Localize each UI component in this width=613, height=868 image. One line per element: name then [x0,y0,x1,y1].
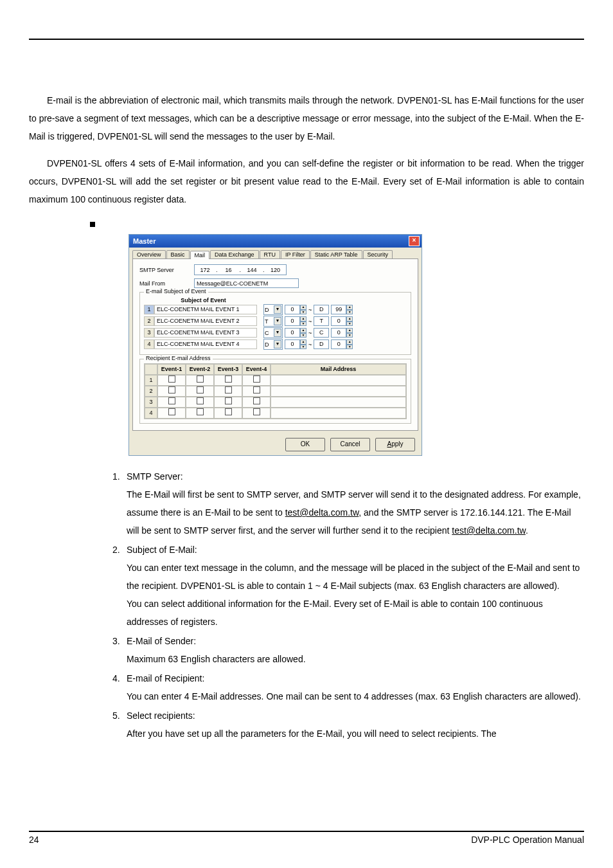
doc-title: DVP-PLC Operation Manual [471,835,584,845]
spin-b[interactable]: ▲▼ [346,339,353,349]
event-num: 1 [144,305,154,314]
ip-seg-2[interactable] [218,265,239,275]
spin-a[interactable]: ▲▼ [300,316,306,326]
rec-chk-e1[interactable] [157,386,186,397]
reg-type-b[interactable]: D [314,339,329,349]
recipient-table: Event-1 Event-2 Event-3 Event-4 Mail Add… [144,363,407,419]
item-3-desc: Maximum 63 English characters are allowe… [127,650,584,668]
event-row: 1 ELC-COENETM MAIL EVENT 1 D▼ 0 ▲▼ ~ D 9… [144,304,407,315]
ip-seg-4[interactable] [265,265,286,275]
rec-hdr-e1: Event-1 [157,364,186,375]
reg-start[interactable]: 0 [285,328,300,338]
reg-end[interactable]: 0 [331,316,346,326]
recipient-row: 3 [145,397,406,408]
tab-ip-filter[interactable]: IP Filter [281,250,310,258]
tab-basic[interactable]: Basic [166,250,190,258]
reg-end[interactable]: 0 [331,328,346,338]
close-button[interactable]: × [409,236,420,246]
reg-type-b[interactable]: D [314,305,329,314]
rec-chk-e3[interactable] [214,375,242,386]
reg-start[interactable]: 0 [285,316,300,326]
rec-chk-e4[interactable] [242,397,271,408]
rec-chk-e2[interactable] [186,397,214,408]
tab-mail[interactable]: Mail [190,251,210,259]
bullet-square-icon [90,222,95,227]
tab-rtu[interactable]: RTU [260,250,280,258]
item-3-num: 3. [112,632,127,650]
link-email-1[interactable]: test@delta.com.tw [285,507,359,518]
tab-data-exchange[interactable]: Data Exchange [210,250,259,258]
tab-overview[interactable]: Overview [132,250,166,258]
rec-row-num: 1 [145,375,157,386]
item-3-title: E-Mail of Sender: [127,632,196,650]
tab-body: SMTP Server . . . Mail From E-mail Subje… [132,258,418,431]
reg-type-a[interactable]: C▼ [263,327,283,338]
event-name[interactable]: ELC-COENETM MAIL EVENT 3 [154,328,257,338]
reg-start[interactable]: 0 [285,339,300,349]
rec-chk-e3[interactable] [214,386,242,397]
event-name[interactable]: ELC-COENETM MAIL EVENT 4 [154,339,257,349]
ip-seg-3[interactable] [242,265,262,275]
bullet-item [90,219,584,229]
link-email-2[interactable]: test@delta.com.tw [452,525,526,536]
rec-chk-e1[interactable] [157,397,186,408]
tilde: ~ [306,318,314,325]
spin-a[interactable]: ▲▼ [300,305,306,314]
smtp-ip-input[interactable]: . . . [194,264,287,275]
item-2-desc-2: You can select additional information fo… [127,595,584,631]
rec-chk-e1[interactable] [157,408,186,419]
rec-chk-e3[interactable] [214,397,242,408]
rec-chk-e1[interactable] [157,375,186,386]
rec-mail-cell[interactable] [271,375,406,386]
dialog-titlebar: Master × [129,235,422,248]
event-name[interactable]: ELC-COENETM MAIL EVENT 1 [154,305,257,314]
rec-row-num: 4 [145,408,157,419]
spin-b[interactable]: ▲▼ [346,305,353,314]
spin-a[interactable]: ▲▼ [300,339,306,349]
tab-static-arp[interactable]: Static ARP Table [310,250,362,258]
reg-type-a[interactable]: T▼ [263,316,283,327]
rec-mail-cell[interactable] [271,397,406,408]
item-4-title: E-mail of Recipient: [127,669,204,687]
smtp-server-label: SMTP Server [139,267,194,273]
item-2-title: Subject of E-Mail: [127,541,197,559]
mail-from-label: Mail From [139,280,194,287]
cancel-button[interactable]: Cancel [330,438,370,451]
ok-button[interactable]: OK [285,438,325,451]
mail-from-input[interactable] [194,278,299,288]
paragraph-1: E-mail is the abbreviation of electronic… [29,91,584,145]
reg-end[interactable]: 0 [331,339,346,349]
rec-mail-cell[interactable] [271,408,406,419]
rec-chk-e2[interactable] [186,386,214,397]
reg-start[interactable]: 0 [285,305,300,314]
event-name[interactable]: ELC-COENETM MAIL EVENT 2 [154,316,257,326]
rec-chk-e2[interactable] [186,408,214,419]
recipient-row: 2 [145,386,406,397]
reg-type-a[interactable]: D▼ [263,304,283,315]
recipient-row: 4 [145,408,406,419]
rec-chk-e4[interactable] [242,408,271,419]
rec-chk-e4[interactable] [242,375,271,386]
spin-b[interactable]: ▲▼ [346,328,353,338]
reg-end[interactable]: 99 [331,305,346,314]
reg-type-a[interactable]: D▼ [263,339,283,350]
rec-chk-e3[interactable] [214,408,242,419]
reg-type-b[interactable]: T [314,316,329,326]
event-num: 3 [144,328,154,338]
rec-chk-e4[interactable] [242,386,271,397]
reg-type-b[interactable]: C [314,328,329,338]
paragraph-2: DVPEN01-SL offers 4 sets of E-Mail infor… [29,154,584,208]
item-4-num: 4. [112,669,127,687]
tab-security[interactable]: Security [363,250,393,258]
item-5-num: 5. [112,707,127,725]
apply-label-rest: pply [391,440,403,448]
rec-chk-e2[interactable] [186,375,214,386]
rec-mail-cell[interactable] [271,386,406,397]
spin-a[interactable]: ▲▼ [300,328,306,338]
spin-b[interactable]: ▲▼ [346,316,353,326]
subject-group: E-mail Subject of Event Subject of Event… [139,292,411,355]
ip-seg-1[interactable] [195,265,215,275]
apply-button[interactable]: Apply [375,438,415,451]
explanation-list: 1.SMTP Server: The E-Mail will first be … [112,467,584,743]
subject-header: Subject of Event [153,297,254,303]
